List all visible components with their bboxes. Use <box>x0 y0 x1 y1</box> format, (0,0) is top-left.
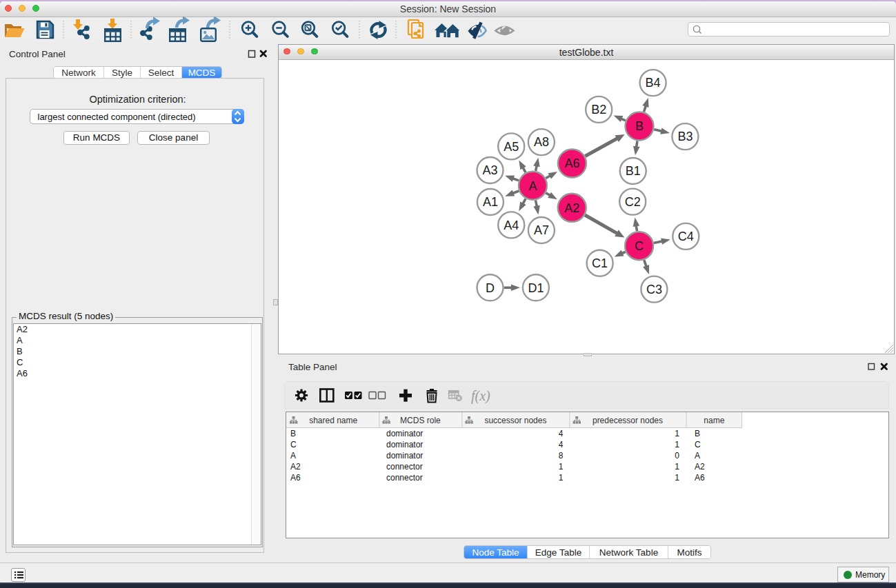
svg-text:B: B <box>635 119 644 133</box>
svg-text:A4: A4 <box>504 219 519 232</box>
svg-text:name: name <box>704 416 724 425</box>
svg-text:B: B <box>695 429 700 438</box>
svg-text:B3: B3 <box>677 130 693 143</box>
svg-text:A: A <box>695 451 700 460</box>
svg-text:A6: A6 <box>564 156 579 170</box>
svg-text:C4: C4 <box>678 230 694 243</box>
svg-text:f(x): f(x) <box>471 388 490 404</box>
svg-text:A6: A6 <box>695 473 705 483</box>
svg-text:D1: D1 <box>528 281 544 295</box>
svg-text:1: 1 <box>675 473 679 483</box>
svg-text:A1: A1 <box>483 195 498 209</box>
svg-text:A2: A2 <box>695 462 705 472</box>
svg-text:shared name: shared name <box>309 416 357 425</box>
svg-text:successor nodes: successor nodes <box>484 416 546 425</box>
svg-text:B: B <box>290 429 296 438</box>
svg-text:4: 4 <box>559 429 564 438</box>
svg-text:B1: B1 <box>626 164 641 178</box>
svg-text:0: 0 <box>675 451 679 460</box>
svg-text:1: 1 <box>675 440 679 449</box>
svg-text:A7: A7 <box>534 223 549 237</box>
svg-text:A6: A6 <box>290 473 301 483</box>
svg-text:C2: C2 <box>625 195 641 209</box>
svg-text:connector: connector <box>386 473 423 483</box>
svg-text:1: 1 <box>559 473 564 483</box>
svg-text:dominator: dominator <box>386 451 423 460</box>
svg-text:C1: C1 <box>592 256 608 270</box>
svg-text:B4: B4 <box>646 76 661 90</box>
svg-text:A2: A2 <box>290 462 301 472</box>
svg-text:dominator: dominator <box>386 440 423 449</box>
svg-text:1: 1 <box>675 462 679 472</box>
svg-text:C: C <box>290 440 297 449</box>
svg-text:predecessor nodes: predecessor nodes <box>593 416 663 425</box>
svg-text:dominator: dominator <box>386 429 423 438</box>
svg-text:4: 4 <box>559 440 564 449</box>
svg-text:connector: connector <box>386 462 423 472</box>
svg-text:A2: A2 <box>564 201 579 215</box>
svg-text:C: C <box>635 239 644 253</box>
svg-text:1: 1 <box>559 462 564 472</box>
svg-text:A5: A5 <box>504 140 519 154</box>
svg-text:B2: B2 <box>591 103 606 116</box>
svg-text:D: D <box>486 281 495 295</box>
svg-text:A: A <box>528 179 537 193</box>
svg-text:1: 1 <box>675 429 679 438</box>
svg-text:C3: C3 <box>646 283 662 296</box>
svg-text:A3: A3 <box>482 163 497 177</box>
svg-text:8: 8 <box>559 451 564 460</box>
svg-text:A8: A8 <box>534 135 549 149</box>
svg-text:MCDS role: MCDS role <box>400 416 441 425</box>
svg-text:A: A <box>290 451 296 460</box>
svg-text:C: C <box>695 440 701 449</box>
